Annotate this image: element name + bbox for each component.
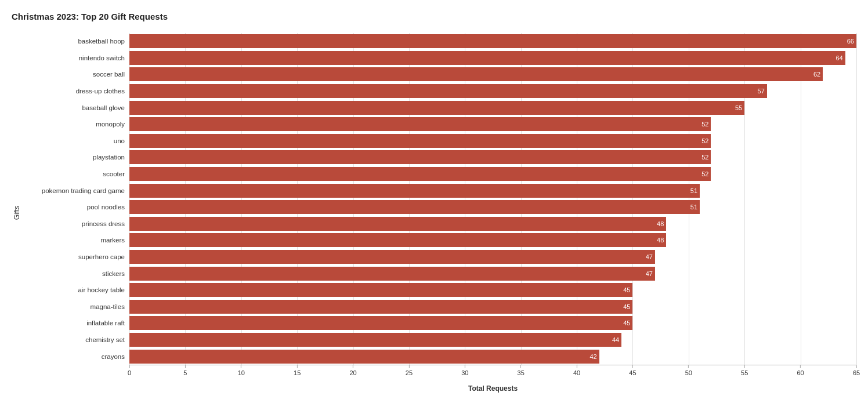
bar-row: 66 (129, 33, 856, 50)
bar-row: 57 (129, 83, 856, 100)
x-tick: 60 (797, 365, 804, 376)
bar-value: 47 (646, 253, 655, 260)
x-axis-container: 05101520253035404550556065 (129, 365, 856, 382)
x-tick-label: 60 (797, 369, 804, 376)
item-label: baseball glove (22, 99, 129, 116)
bar-value: 48 (657, 220, 666, 227)
bar: 55 (129, 101, 744, 115)
item-label: inflatable raft (22, 315, 129, 332)
chart-title: Christmas 2023: Top 20 Gift Requests (12, 12, 856, 21)
bar-row: 55 (129, 99, 856, 116)
bar-value: 44 (612, 336, 621, 343)
bar: 66 (129, 34, 856, 48)
bar-value: 51 (690, 187, 700, 194)
item-label: pool noodles (22, 199, 129, 216)
bar-value: 45 (623, 303, 632, 310)
x-tick: 25 (406, 365, 413, 376)
x-tick: 20 (349, 365, 356, 376)
x-tick-label: 0 (128, 369, 131, 376)
x-tick-mark (465, 365, 465, 368)
x-tick-mark (408, 365, 409, 368)
bar: 45 (129, 300, 632, 314)
x-tick: 10 (238, 365, 245, 376)
bar: 64 (129, 51, 845, 65)
bar-row: 52 (129, 133, 856, 150)
bar: 45 (129, 316, 632, 330)
item-label: soccer ball (22, 66, 129, 83)
item-label: crayons (22, 348, 129, 365)
x-tick: 0 (128, 365, 131, 376)
x-tick-label: 45 (629, 369, 636, 376)
x-axis-title: Total Requests (129, 384, 856, 393)
x-tick: 35 (518, 365, 525, 376)
bar-row: 62 (129, 66, 856, 83)
bars-and-labels: basketball hoopnintendo switchsoccer bal… (22, 33, 856, 365)
item-label: pokemon trading card game (22, 182, 129, 199)
x-tick: 30 (461, 365, 468, 376)
bar: 62 (129, 67, 823, 81)
x-tick-label: 35 (518, 369, 525, 376)
bar-value: 57 (758, 88, 767, 95)
bar: 52 (129, 150, 711, 164)
x-tick: 65 (853, 365, 860, 376)
bar-value: 47 (646, 270, 655, 277)
bar-value: 42 (589, 353, 599, 360)
chart-container: Gifts basketball hoopnintendo switchsocc… (12, 33, 856, 393)
x-tick-mark (129, 365, 130, 368)
x-tick-mark (577, 365, 577, 368)
item-label: dress-up clothes (22, 83, 129, 100)
item-label: princess dress (22, 216, 129, 233)
bar-row: 51 (129, 182, 856, 199)
x-tick-mark (297, 365, 298, 368)
bar: 52 (129, 117, 711, 131)
x-tick: 40 (573, 365, 580, 376)
x-tick-mark (241, 365, 241, 368)
bar: 48 (129, 217, 666, 231)
y-axis-label-container: Gifts (12, 33, 22, 393)
x-tick-mark (353, 365, 353, 368)
bar-row: 51 (129, 199, 856, 216)
item-label: basketball hoop (22, 33, 129, 50)
bar: 47 (129, 267, 655, 281)
x-tick-label: 10 (238, 369, 245, 376)
x-tick-label: 55 (741, 369, 748, 376)
bar: 57 (129, 84, 767, 98)
bar-row: 52 (129, 116, 856, 133)
item-label: markers (22, 232, 129, 249)
x-tick-mark (688, 365, 689, 368)
bar-row: 64 (129, 50, 856, 67)
bar-row: 48 (129, 232, 856, 249)
x-tick-mark (856, 365, 857, 368)
x-tick-label: 65 (853, 369, 860, 376)
x-tick-label: 50 (685, 369, 692, 376)
bar-row: 52 (129, 149, 856, 166)
x-tick-mark (632, 365, 633, 368)
item-label: chemistry set (22, 332, 129, 348)
x-tick-label: 20 (349, 369, 356, 376)
bar-value: 45 (623, 320, 632, 326)
x-tick-mark (185, 365, 186, 368)
y-axis-label: Gifts (13, 206, 21, 220)
bar-value: 48 (657, 237, 666, 244)
bar-row: 47 (129, 265, 856, 282)
x-tick: 45 (629, 365, 636, 376)
item-labels: basketball hoopnintendo switchsoccer bal… (22, 33, 129, 365)
x-tick-label: 30 (461, 369, 468, 376)
bar: 47 (129, 250, 655, 264)
bar: 45 (129, 283, 632, 297)
bar-row: 45 (129, 315, 856, 332)
bar-value: 52 (701, 170, 711, 177)
bar: 44 (129, 333, 621, 347)
bar: 51 (129, 184, 700, 198)
item-label: uno (22, 133, 129, 150)
item-label: monopoly (22, 116, 129, 133)
item-label: nintendo switch (22, 50, 129, 67)
bar-value: 66 (847, 38, 856, 45)
x-tick-label: 5 (183, 369, 187, 376)
bar-row: 48 (129, 216, 856, 233)
bar-value: 62 (813, 71, 823, 78)
item-label: magna-tiles (22, 299, 129, 315)
x-tick: 5 (183, 365, 187, 376)
bar-row: 44 (129, 332, 856, 348)
x-tick: 50 (685, 365, 692, 376)
